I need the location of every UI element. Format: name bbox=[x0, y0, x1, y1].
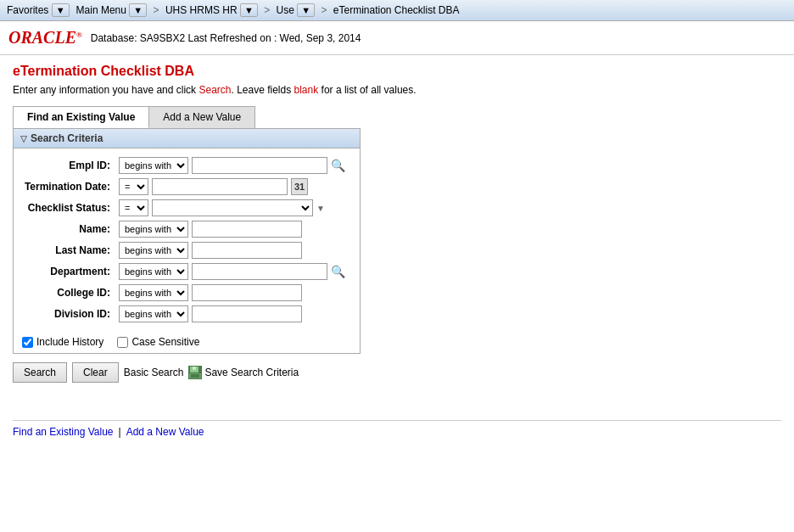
db-info: Database: SA9SBX2 Last Refreshed on : We… bbox=[91, 32, 361, 44]
department-operator[interactable]: begins with=contains bbox=[119, 263, 188, 280]
favorites-menu[interactable]: Favorites ▼ bbox=[7, 3, 70, 17]
calendar-icon[interactable]: 31 bbox=[291, 178, 308, 195]
instruction-text: Enter any information you have and click… bbox=[13, 84, 781, 96]
checklist-status-value[interactable] bbox=[152, 199, 313, 216]
search-criteria-header: ▽ Search Criteria bbox=[14, 129, 360, 148]
main-content: eTermination Checklist DBA Enter any inf… bbox=[0, 55, 794, 446]
nav-sep-2: > bbox=[150, 4, 162, 16]
division-id-controls: begins with=contains bbox=[119, 305, 351, 322]
footer-sep: | bbox=[119, 426, 121, 438]
termination-date-label: Termination Date: bbox=[22, 181, 115, 193]
case-sensitive-checkbox[interactable] bbox=[117, 337, 128, 348]
termination-date-input[interactable] bbox=[152, 178, 288, 195]
department-search-icon[interactable]: 🔍 bbox=[331, 265, 345, 278]
use-dropdown[interactable]: ▼ bbox=[297, 3, 315, 17]
checklist-status-dropdown-icon: ▼ bbox=[316, 204, 325, 213]
last-name-input[interactable] bbox=[192, 242, 302, 259]
save-search-link[interactable]: Save Search Criteria bbox=[204, 367, 299, 378]
college-id-label: College ID: bbox=[22, 287, 115, 299]
last-name-label: Last Name: bbox=[22, 244, 115, 256]
buttons-row: Search Clear Basic Search Save Search Cr… bbox=[13, 354, 781, 386]
use-menu[interactable]: Use ▼ bbox=[277, 3, 316, 17]
svg-rect-4 bbox=[191, 374, 199, 378]
division-id-label: Division ID: bbox=[22, 308, 115, 320]
checklist-status-controls: =not = ▼ bbox=[119, 199, 351, 216]
main-menu-item[interactable]: Main Menu ▼ bbox=[76, 3, 148, 17]
department-controls: begins with=contains 🔍 bbox=[119, 263, 351, 280]
footer-add-link[interactable]: Add a New Value bbox=[126, 426, 204, 438]
oracle-logo: ORACLE® bbox=[8, 28, 82, 48]
name-label: Name: bbox=[22, 223, 115, 235]
nav-sep-3: > bbox=[261, 4, 273, 16]
empl-id-label: Empl ID: bbox=[22, 160, 115, 171]
termination-date-operator[interactable]: =not =<> bbox=[119, 178, 148, 195]
include-history-label[interactable]: Include History bbox=[22, 336, 103, 348]
empl-id-input[interactable] bbox=[192, 157, 327, 174]
name-input[interactable] bbox=[192, 221, 302, 238]
tab-add-new[interactable]: Add a New Value bbox=[149, 107, 254, 128]
uhs-hrms-dropdown[interactable]: ▼ bbox=[240, 3, 258, 17]
checklist-status-operator[interactable]: =not = bbox=[119, 199, 148, 216]
footer-find-link[interactable]: Find an Existing Value bbox=[13, 426, 114, 438]
division-id-input[interactable] bbox=[192, 305, 302, 322]
search-criteria-label: Search Criteria bbox=[31, 132, 103, 144]
uhs-hrms-menu[interactable]: UHS HRMS HR ▼ bbox=[165, 3, 258, 17]
college-id-controls: begins with=contains bbox=[119, 284, 351, 301]
clear-button[interactable]: Clear bbox=[72, 362, 119, 383]
nav-bar: Favorites ▼ Main Menu ▼ > UHS HRMS HR ▼ … bbox=[0, 0, 794, 21]
college-id-input[interactable] bbox=[192, 284, 302, 301]
department-label: Department: bbox=[22, 266, 115, 277]
include-history-text: Include History bbox=[36, 336, 103, 348]
case-sensitive-label[interactable]: Case Sensitive bbox=[117, 336, 199, 348]
termination-date-controls: =not =<> 31 bbox=[119, 178, 351, 195]
empl-id-controls: begins with=containsends with 🔍 bbox=[119, 157, 351, 174]
nav-sep-4: > bbox=[318, 4, 330, 16]
basic-search-link[interactable]: Basic Search bbox=[124, 367, 184, 378]
collapse-icon[interactable]: ▽ bbox=[20, 134, 27, 143]
save-icon bbox=[188, 366, 202, 379]
empl-id-search-icon[interactable]: 🔍 bbox=[331, 159, 345, 172]
name-operator[interactable]: begins with=contains bbox=[119, 221, 188, 238]
search-panel: ▽ Search Criteria Empl ID: begins with=c… bbox=[13, 128, 361, 354]
page-title: eTermination Checklist DBA bbox=[13, 64, 781, 79]
checklist-status-label: Checklist Status: bbox=[22, 202, 115, 214]
checkboxes-row: Include History Case Sensitive bbox=[14, 331, 360, 353]
last-name-controls: begins with=contains bbox=[119, 242, 351, 259]
tabs-container: Find an Existing Value Add a New Value bbox=[13, 106, 255, 128]
main-menu-dropdown[interactable]: ▼ bbox=[129, 3, 147, 17]
favorites-dropdown[interactable]: ▼ bbox=[52, 3, 70, 17]
include-history-checkbox[interactable] bbox=[22, 337, 33, 348]
division-id-operator[interactable]: begins with=contains bbox=[119, 305, 188, 322]
search-button[interactable]: Search bbox=[13, 362, 67, 383]
page-breadcrumb: eTermination Checklist DBA bbox=[333, 4, 460, 16]
footer-links: Find an Existing Value | Add a New Value bbox=[13, 420, 781, 438]
college-id-operator[interactable]: begins with=contains bbox=[119, 284, 188, 301]
empl-id-operator[interactable]: begins with=containsends with bbox=[119, 157, 188, 174]
tab-find-existing[interactable]: Find an Existing Value bbox=[14, 107, 149, 128]
name-controls: begins with=contains bbox=[119, 221, 351, 238]
case-sensitive-text: Case Sensitive bbox=[131, 336, 199, 348]
svg-rect-2 bbox=[193, 367, 196, 370]
last-name-operator[interactable]: begins with=contains bbox=[119, 242, 188, 259]
oracle-header: ORACLE® Database: SA9SBX2 Last Refreshed… bbox=[0, 21, 794, 55]
form-grid: Empl ID: begins with=containsends with 🔍… bbox=[14, 148, 360, 331]
department-input[interactable] bbox=[192, 263, 327, 280]
